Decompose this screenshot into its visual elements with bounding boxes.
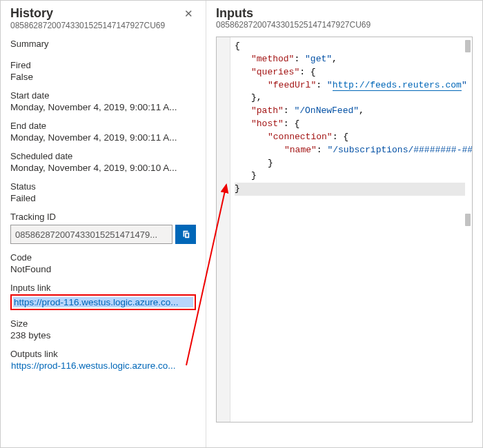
status-value: Failed: [10, 193, 196, 203]
json-key: "name": [284, 145, 317, 155]
inputs-title: Inputs: [216, 6, 473, 21]
json-viewer[interactable]: { "method": "get", "queries": { "feedUrl…: [216, 37, 473, 422]
scheduled-date-label: Scheduled date: [10, 151, 196, 161]
code-value: NotFound: [10, 264, 196, 274]
json-value: "/OnNewFeed": [294, 105, 359, 116]
json-key: "path": [251, 105, 284, 116]
close-icon[interactable]: ✕: [181, 6, 196, 21]
json-brace-close: }: [235, 183, 240, 194]
summary-label: Summary: [10, 39, 196, 49]
code-label: Code: [10, 252, 196, 263]
outputs-link[interactable]: https://prod-116.westus.logic.azure.co..…: [10, 360, 196, 371]
scrollbar-thumb-top[interactable]: [465, 40, 471, 52]
copy-icon: [181, 230, 190, 239]
fired-label: Fired: [10, 60, 196, 70]
json-value: "/subscriptions/########-##: [327, 145, 472, 155]
size-label: Size: [10, 318, 196, 329]
tracking-id-label: Tracking ID: [10, 212, 196, 222]
end-date-label: End date: [10, 121, 196, 131]
json-url[interactable]: http://feeds.reuters.com: [333, 80, 462, 91]
json-key: "connection": [268, 132, 333, 142]
inputs-panel: Inputs 08586287200743301525147147927CU69…: [206, 1, 482, 447]
json-brace-open: {: [235, 41, 240, 51]
tracking-id-input[interactable]: [10, 225, 172, 244]
end-date-value: Monday, November 4, 2019, 9:00:11 A...: [10, 132, 196, 143]
history-id: 08586287200743301525147147927CU69: [10, 21, 196, 30]
json-key: "method": [251, 54, 294, 64]
scheduled-date-value: Monday, November 4, 2019, 9:00:10 A...: [10, 163, 196, 173]
json-key: "queries": [251, 67, 299, 77]
start-date-value: Monday, November 4, 2019, 9:00:11 A...: [10, 102, 196, 112]
json-value: "get": [305, 54, 332, 64]
history-title: History: [10, 6, 181, 21]
json-key: "feedUrl": [268, 80, 316, 90]
json-content: { "method": "get", "queries": { "feedUrl…: [217, 37, 472, 422]
inputs-link[interactable]: https://prod-116.westus.logic.azure.co..…: [13, 297, 193, 307]
scrollbar-thumb-mid[interactable]: [465, 214, 471, 226]
inputs-id: 08586287200743301525147147927CU69: [216, 20, 473, 30]
start-date-label: Start date: [10, 90, 196, 101]
inputs-link-highlight: https://prod-116.westus.logic.azure.co..…: [10, 294, 196, 310]
status-label: Status: [10, 181, 196, 192]
json-key: "host": [251, 119, 284, 129]
outputs-link-label: Outputs link: [10, 349, 196, 359]
copy-button[interactable]: [175, 225, 196, 244]
history-panel: History ✕ 08586287200743301525147147927C…: [1, 1, 206, 447]
editor-gutter: [217, 37, 230, 422]
inputs-link-label: Inputs link: [10, 283, 196, 293]
size-value: 238 bytes: [10, 330, 196, 340]
fired-value: False: [10, 72, 196, 82]
